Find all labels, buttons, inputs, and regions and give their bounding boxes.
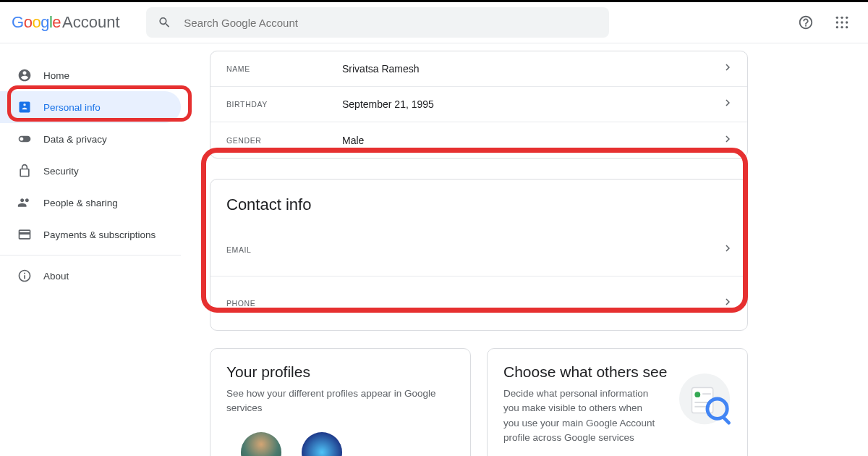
id-card-icon (17, 100, 32, 114)
help-button[interactable] (791, 8, 820, 37)
chevron-right-icon (721, 295, 734, 311)
row-value: Srivatsa Ramesh (342, 63, 420, 75)
main-content: NAME Srivatsa Ramesh BIRTHDAY September … (203, 43, 868, 456)
svg-point-2 (846, 17, 848, 19)
svg-point-0 (836, 17, 838, 19)
row-key: PHONE (226, 299, 342, 308)
row-birthday[interactable]: BIRTHDAY September 21, 1995 (210, 87, 747, 122)
search-icon (158, 15, 171, 30)
profiles-title: Your profiles (226, 363, 454, 381)
profiles-desc: See how your different profiles appear i… (226, 387, 454, 416)
people-icon (17, 195, 32, 210)
chevron-right-icon (721, 61, 734, 77)
info-icon (17, 269, 32, 283)
sidebar-item-label: About (43, 271, 69, 282)
row-key: GENDER (226, 136, 342, 145)
google-account-logo[interactable]: Google Account (12, 13, 120, 32)
row-key: EMAIL (226, 245, 342, 254)
lock-icon (17, 164, 32, 178)
your-profiles-card[interactable]: Your profiles See how your different pro… (210, 348, 471, 456)
sidebar-item-data-privacy[interactable]: Data & privacy (0, 123, 181, 155)
svg-point-6 (836, 26, 838, 28)
sidebar-item-payments[interactable]: Payments & subscriptions (0, 219, 181, 250)
svg-point-3 (836, 21, 838, 23)
svg-rect-12 (702, 393, 711, 394)
sidebar: Home Personal info Data & privacy Securi… (0, 43, 203, 456)
chevron-right-icon (721, 132, 734, 148)
row-key: NAME (226, 64, 342, 73)
sidebar-item-personal-info[interactable]: Personal info (0, 91, 181, 123)
svg-rect-16 (722, 415, 731, 425)
contact-info-card: Contact info EMAIL PHONE (210, 179, 748, 331)
choose-desc: Decide what personal information you mak… (503, 387, 659, 445)
row-gender[interactable]: GENDER Male (210, 122, 747, 158)
row-email[interactable]: EMAIL (210, 223, 747, 276)
row-name[interactable]: NAME Srivatsa Ramesh (210, 51, 747, 87)
sidebar-item-people-sharing[interactable]: People & sharing (0, 187, 181, 219)
row-phone[interactable]: PHONE (210, 276, 747, 330)
sidebar-item-label: Security (43, 166, 79, 177)
apps-grid-icon (835, 15, 849, 30)
sidebar-item-label: Personal info (43, 102, 101, 113)
contact-info-title: Contact info (210, 195, 747, 223)
sidebar-item-label: Payments & subscriptions (43, 229, 156, 240)
toggle-icon (17, 132, 32, 146)
svg-point-11 (694, 392, 700, 397)
person-circle-icon (17, 68, 32, 83)
svg-point-8 (846, 26, 848, 28)
choose-others-see-card[interactable]: Choose what others see Decide what perso… (487, 348, 748, 456)
profiles-avatars (226, 432, 454, 457)
sidebar-divider (0, 255, 181, 256)
search-input[interactable] (184, 17, 597, 29)
sidebar-item-label: People & sharing (43, 198, 118, 208)
sidebar-item-security[interactable]: Security (0, 155, 181, 187)
chevron-right-icon (721, 242, 734, 258)
basic-info-card: NAME Srivatsa Ramesh BIRTHDAY September … (210, 51, 748, 159)
row-value: Male (342, 135, 364, 146)
help-icon (798, 14, 814, 30)
svg-point-1 (841, 17, 843, 19)
sidebar-item-label: Home (43, 70, 69, 81)
sidebar-item-home[interactable]: Home (0, 59, 181, 91)
sidebar-item-about[interactable]: About (0, 260, 181, 292)
card-icon (17, 227, 32, 242)
privacy-illustration (678, 372, 734, 428)
two-column-cards: Your profiles See how your different pro… (210, 348, 748, 456)
logo-account-text: Account (62, 13, 120, 32)
sidebar-item-label: Data & privacy (43, 134, 107, 145)
row-value: September 21, 1995 (342, 98, 434, 110)
search-container[interactable] (146, 7, 609, 38)
header: Google Account (0, 2, 868, 43)
row-key: BIRTHDAY (226, 100, 342, 109)
svg-point-4 (841, 21, 843, 23)
svg-point-7 (841, 26, 843, 28)
profile-avatar-2[interactable] (302, 432, 342, 457)
profile-avatar-1[interactable] (241, 432, 281, 457)
apps-button[interactable] (827, 8, 856, 37)
svg-point-5 (846, 21, 848, 23)
chevron-right-icon (721, 96, 734, 112)
